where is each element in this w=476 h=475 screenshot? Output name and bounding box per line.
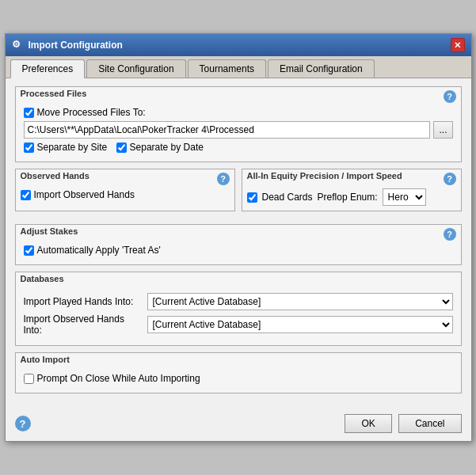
main-window: ⚙ Import Configuration ✕ Preferences Sit… xyxy=(5,33,472,442)
played-hands-db-label: Import Played Hands Into: xyxy=(24,296,143,307)
adjust-stakes-title: Adjust Stakes xyxy=(21,226,78,236)
observed-hands-body: Import Observed Hands xyxy=(16,184,234,207)
observed-hands-title: Observed Hands xyxy=(21,171,89,180)
two-col-row: Observed Hands ? Import Observed Hands A… xyxy=(15,169,462,218)
import-observed-label: Import Observed Hands xyxy=(34,189,135,200)
move-files-label: Move Processed Files To: xyxy=(37,107,146,118)
move-files-row: Move Processed Files To: xyxy=(24,107,453,118)
auto-import-header: Auto Import xyxy=(16,353,461,367)
window-icon: ⚙ xyxy=(12,39,25,51)
all-in-equity-body: Dead Cards Preflop Enum: Hero All None xyxy=(242,184,461,211)
separate-by-site-checkbox[interactable] xyxy=(24,142,34,153)
adjust-stakes-section: Adjust Stakes ? Automatically Apply 'Tre… xyxy=(15,224,462,265)
all-in-equity-title: All-In Equity Precision / Import Speed xyxy=(247,171,402,180)
bottom-right: OK Cancel xyxy=(345,414,461,433)
auto-import-section: Auto Import Prompt On Close While Auto I… xyxy=(15,352,462,393)
preflop-enum-label: Preflop Enum: xyxy=(318,192,378,203)
processed-files-title: Processed Files xyxy=(21,89,87,98)
tab-bar: Preferences Site Configuration Tournamen… xyxy=(6,56,471,78)
window-title: Import Configuration xyxy=(29,40,123,51)
bottom-left: ? xyxy=(15,416,31,431)
tab-email-configuration[interactable]: Email Configuration xyxy=(268,59,375,78)
adjust-stakes-help-icon[interactable]: ? xyxy=(444,228,456,241)
observed-hands-db-label: Import Observed Hands Into: xyxy=(24,314,143,336)
databases-body: Import Played Hands Into: [Current Activ… xyxy=(16,287,461,345)
path-input[interactable] xyxy=(24,121,431,139)
observed-hands-header: Observed Hands ? xyxy=(16,169,234,184)
observed-hands-db-select[interactable]: [Current Active Database] xyxy=(147,316,453,333)
processed-files-help-icon[interactable]: ? xyxy=(444,90,456,103)
prompt-on-close-checkbox[interactable] xyxy=(24,374,34,384)
prompt-on-close-row: Prompt On Close While Auto Importing xyxy=(24,373,453,384)
played-hands-db-select[interactable]: [Current Active Database] xyxy=(147,293,453,310)
separate-options-row: Separate by Site Separate by Date xyxy=(24,142,453,153)
dead-cards-checkbox[interactable] xyxy=(247,192,257,203)
adjust-stakes-header: Adjust Stakes ? xyxy=(16,225,461,239)
browse-button[interactable]: ... xyxy=(433,121,452,139)
auto-import-body: Prompt On Close While Auto Importing xyxy=(16,367,461,393)
close-button[interactable]: ✕ xyxy=(451,38,465,52)
dead-cards-label: Dead Cards xyxy=(262,192,313,203)
auto-apply-checkbox[interactable] xyxy=(24,245,34,256)
ok-button[interactable]: OK xyxy=(345,414,392,433)
processed-files-body: Move Processed Files To: ... Separate by… xyxy=(16,101,461,162)
tab-site-configuration[interactable]: Site Configuration xyxy=(86,59,185,78)
cancel-button[interactable]: Cancel xyxy=(398,414,461,433)
tab-content: Processed Files ? Move Processed Files T… xyxy=(6,78,471,408)
processed-files-header: Processed Files ? xyxy=(16,87,461,101)
all-in-equity-section: All-In Equity Precision / Import Speed ?… xyxy=(242,169,462,211)
tab-tournaments[interactable]: Tournaments xyxy=(188,59,266,78)
played-hands-db-row: Import Played Hands Into: [Current Activ… xyxy=(24,293,453,310)
separate-by-date-checkbox[interactable] xyxy=(116,142,127,153)
preflop-enum-select[interactable]: Hero All None xyxy=(383,188,426,206)
title-bar: ⚙ Import Configuration ✕ xyxy=(6,34,471,56)
separate-by-date-label: Separate by Date xyxy=(130,142,204,153)
move-files-checkbox[interactable] xyxy=(24,108,34,118)
prompt-on-close-label: Prompt On Close While Auto Importing xyxy=(37,373,200,384)
observed-hands-db-row: Import Observed Hands Into: [Current Act… xyxy=(24,314,453,336)
adjust-stakes-body: Automatically Apply 'Treat As' xyxy=(16,239,461,264)
all-in-equity-header: All-In Equity Precision / Import Speed ? xyxy=(242,169,461,184)
auto-apply-row: Automatically Apply 'Treat As' xyxy=(24,245,453,256)
observed-hands-help-icon[interactable]: ? xyxy=(217,173,230,185)
path-row: ... xyxy=(24,121,453,139)
databases-section: Databases Import Played Hands Into: [Cur… xyxy=(15,272,462,346)
separate-by-site-label: Separate by Site xyxy=(37,142,108,153)
auto-apply-label: Automatically Apply 'Treat As' xyxy=(37,245,161,256)
title-bar-left: ⚙ Import Configuration xyxy=(12,39,123,51)
import-observed-row: Import Observed Hands xyxy=(21,189,230,200)
observed-hands-section: Observed Hands ? Import Observed Hands xyxy=(15,169,235,211)
global-help-icon[interactable]: ? xyxy=(15,416,31,431)
preflop-row: Dead Cards Preflop Enum: Hero All None xyxy=(247,188,456,206)
databases-title: Databases xyxy=(21,274,64,283)
processed-files-section: Processed Files ? Move Processed Files T… xyxy=(15,86,462,162)
import-observed-checkbox[interactable] xyxy=(21,190,31,200)
all-in-equity-help-icon[interactable]: ? xyxy=(444,173,456,185)
auto-import-title: Auto Import xyxy=(21,355,70,364)
tab-preferences[interactable]: Preferences xyxy=(10,59,86,78)
bottom-bar: ? OK Cancel xyxy=(6,408,471,441)
databases-header: Databases xyxy=(16,272,461,287)
